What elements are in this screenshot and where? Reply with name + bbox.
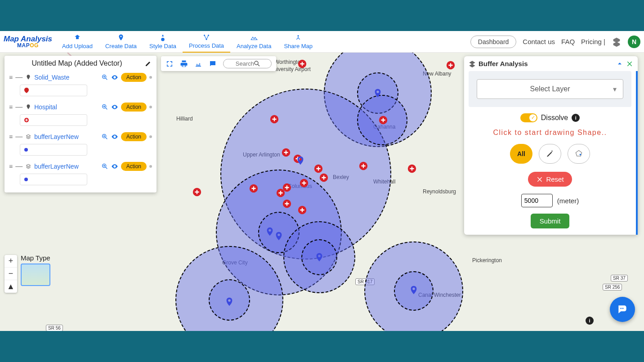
waste-marker[interactable]: [373, 88, 383, 98]
layer-action-button[interactable]: Action: [121, 132, 147, 141]
waste-marker[interactable]: [265, 227, 275, 237]
unit-label: (meter): [557, 197, 579, 205]
layer-name-2[interactable]: bufferLayerNew: [34, 133, 98, 140]
city-label: Hilliard: [176, 116, 193, 122]
hospital-marker[interactable]: [313, 164, 323, 174]
toolbar-create-data[interactable]: Create Data: [99, 31, 143, 53]
close-icon[interactable]: [626, 60, 633, 67]
select-layer-dropdown[interactable]: Select Layer: [477, 79, 623, 99]
hospital-marker[interactable]: [297, 59, 307, 69]
hospital-marker[interactable]: [407, 164, 417, 174]
zoom-to-layer-icon[interactable]: [101, 163, 108, 170]
layer-action-button[interactable]: Action: [121, 103, 147, 112]
toggle-visibility-icon[interactable]: [111, 163, 118, 170]
hospital-marker[interactable]: [249, 183, 259, 193]
hospital-marker[interactable]: [269, 114, 279, 124]
route-shield: SR 256: [603, 284, 622, 290]
fullscreen-icon[interactable]: [165, 60, 174, 68]
apps-icon[interactable]: [612, 37, 622, 47]
shape-all-button[interactable]: All: [510, 144, 532, 164]
layer-name-0[interactable]: Solid_Waste: [34, 74, 98, 81]
user-avatar[interactable]: N: [628, 36, 640, 48]
compass-button[interactable]: ▲: [4, 280, 17, 293]
toggle-visibility-icon[interactable]: [111, 103, 118, 111]
layer-drag-handle[interactable]: ≡: [9, 163, 13, 170]
logo-line2: MAPOG: [4, 43, 52, 48]
measure-icon[interactable]: [194, 60, 202, 68]
print-icon[interactable]: [180, 60, 188, 68]
pricing-link[interactable]: Pricing |: [581, 38, 605, 45]
waste-marker[interactable]: [314, 252, 324, 262]
waste-marker[interactable]: [409, 285, 419, 295]
toolbar-style-data[interactable]: Style Data: [143, 31, 183, 53]
layer-drag-handle[interactable]: ≡: [9, 103, 13, 111]
zoom-in-button[interactable]: +: [4, 255, 17, 268]
layer-action-button[interactable]: Action: [121, 73, 147, 82]
layer-symbol-box[interactable]: [20, 144, 87, 156]
map-type-thumb[interactable]: [21, 264, 50, 286]
svg-point-44: [24, 148, 28, 152]
zoom-to-layer-icon[interactable]: [101, 74, 108, 81]
toolbar-process-data[interactable]: Process Data: [183, 31, 230, 53]
layer-action-button[interactable]: Action: [121, 162, 147, 171]
layer-status-dot: [149, 165, 152, 168]
faq-link[interactable]: FAQ: [561, 38, 575, 45]
svg-line-41: [106, 138, 107, 139]
hospital-marker[interactable]: [281, 147, 291, 157]
search-icon[interactable]: [254, 61, 260, 67]
reset-button[interactable]: Reset: [528, 172, 572, 187]
layer-name-1[interactable]: Hospital: [34, 103, 98, 111]
hospital-marker[interactable]: [282, 199, 292, 209]
svg-line-51: [258, 64, 259, 66]
hospital-marker[interactable]: [378, 115, 388, 125]
layer-symbol-box[interactable]: [20, 114, 87, 126]
route-shield: SR 56: [46, 325, 63, 331]
contact-link[interactable]: Contact us: [523, 38, 555, 45]
toolbar-analyze-data[interactable]: Analyze Data: [230, 31, 277, 53]
svg-line-36: [106, 108, 107, 109]
svg-point-54: [622, 308, 624, 309]
layer-symbol-box[interactable]: [20, 85, 87, 96]
svg-point-53: [620, 308, 622, 309]
zoom-to-layer-icon[interactable]: [101, 103, 108, 111]
hospital-marker[interactable]: [446, 60, 456, 70]
hospital-marker[interactable]: [192, 187, 202, 197]
layer-name-3[interactable]: bufferLayerNew: [34, 163, 98, 170]
layer-symbol-box[interactable]: [20, 174, 87, 185]
layer-drag-handle[interactable]: ≡: [9, 133, 13, 140]
toolbar-share-map[interactable]: Share Map: [277, 31, 319, 53]
hospital-marker[interactable]: [297, 205, 307, 215]
zoom-to-layer-icon[interactable]: [101, 133, 108, 140]
submit-button[interactable]: Submit: [531, 214, 570, 228]
dissolve-info-icon[interactable]: i: [572, 114, 580, 122]
waste-marker[interactable]: [295, 156, 305, 165]
map-info-icon[interactable]: i: [586, 317, 594, 325]
layer-drag-handle[interactable]: ≡: [9, 74, 13, 81]
toggle-visibility-icon[interactable]: [111, 133, 118, 140]
toolbar-add-upload[interactable]: Add Upload: [56, 31, 99, 53]
search-input[interactable]: [227, 60, 254, 67]
dissolve-toggle[interactable]: ✓: [520, 113, 537, 122]
hospital-marker[interactable]: [299, 178, 309, 188]
chat-fab[interactable]: [610, 297, 635, 322]
top-toolbar: Map Analysis MAPOG Add UploadCreate Data…: [0, 31, 644, 53]
waste-marker[interactable]: [224, 297, 234, 307]
hospital-marker[interactable]: [319, 173, 329, 183]
layer-status-dot: [149, 76, 152, 79]
map-search[interactable]: [223, 59, 272, 68]
comment-icon[interactable]: [209, 60, 217, 68]
hospital-marker[interactable]: [358, 161, 368, 171]
waste-marker[interactable]: [274, 231, 284, 241]
zoom-out-button[interactable]: −: [4, 268, 17, 280]
shape-draw-button[interactable]: [539, 144, 561, 164]
distance-input[interactable]: [521, 194, 553, 207]
shape-polygon-button[interactable]: [568, 144, 590, 164]
logo-line1: Map Analysis: [4, 35, 52, 43]
hospital-marker[interactable]: [276, 188, 286, 198]
collapse-icon[interactable]: [616, 60, 623, 67]
dashboard-button[interactable]: Dashboard: [470, 36, 517, 48]
edit-title-icon[interactable]: [145, 60, 152, 67]
layers-icon: [469, 60, 476, 67]
svg-point-49: [24, 178, 28, 181]
toggle-visibility-icon[interactable]: [111, 74, 118, 81]
